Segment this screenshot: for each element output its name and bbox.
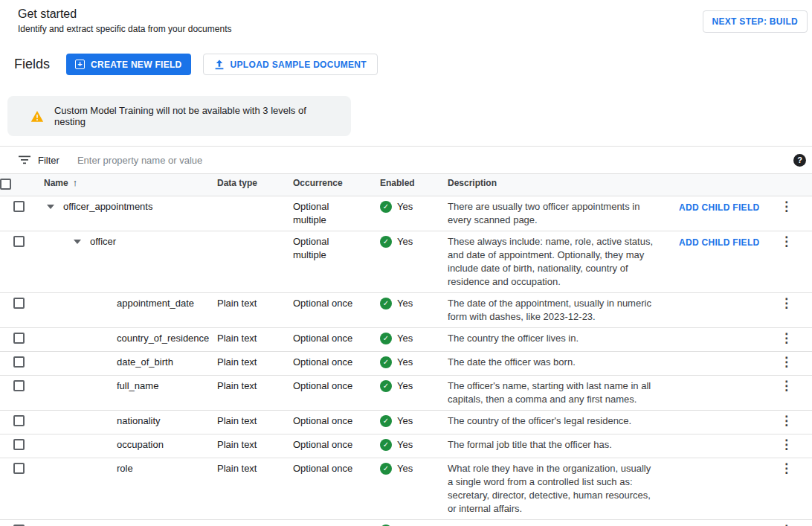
row-actions-cell	[679, 328, 777, 351]
row-checkbox[interactable]	[13, 201, 25, 212]
field-description: There are usually two officer appointmen…	[448, 196, 679, 231]
field-name: date_of_birth	[117, 356, 173, 369]
row-checkbox-cell	[0, 520, 44, 526]
row-actions-cell	[679, 352, 777, 375]
table-row: full_name Plain text Optional once ✓ Yes…	[0, 376, 812, 411]
help-icon[interactable]: ?	[793, 154, 806, 167]
field-enabled-cell: ✓ Yes	[380, 352, 448, 375]
field-name: occupation	[117, 438, 164, 452]
field-description: What role they have in the organization,…	[448, 458, 679, 519]
field-data-type: Plain text	[217, 520, 293, 526]
field-occurrence-cell: Optional once	[293, 458, 380, 519]
collapse-row-icon[interactable]	[47, 205, 54, 209]
create-new-field-button[interactable]: + CREATE NEW FIELD	[66, 54, 191, 75]
field-name: nationality	[117, 414, 161, 428]
row-menu-cell: ⋮	[777, 231, 812, 292]
row-checkbox[interactable]	[13, 463, 25, 474]
field-name-cell: date_of_birth	[44, 352, 217, 375]
field-data-type: Plain text	[217, 458, 293, 519]
add-child-field-button[interactable]: ADD CHILD FIELD	[679, 201, 760, 214]
field-enabled: Yes	[397, 332, 413, 345]
field-description: The officer's name, starting with last n…	[448, 376, 679, 410]
row-checkbox[interactable]	[13, 333, 25, 344]
row-menu-icon[interactable]: ⋮	[777, 414, 796, 428]
field-name-cell: officer	[44, 231, 217, 292]
field-enabled-cell: ✓ Yes	[380, 520, 448, 526]
select-all-checkbox[interactable]	[0, 179, 11, 190]
row-checkbox[interactable]	[13, 380, 25, 391]
table-row: appointment_date Plain text Optional onc…	[0, 293, 812, 328]
page-header: Get started Identify and extract specifi…	[0, 0, 812, 37]
row-checkbox-cell	[0, 196, 44, 231]
field-name: country_of_residence	[117, 332, 209, 345]
field-occurrence: Optional once	[293, 462, 352, 475]
field-enabled-cell: ✓ Yes	[380, 458, 448, 519]
row-menu-cell: ⋮	[777, 458, 812, 519]
row-menu-cell: ⋮	[777, 411, 812, 434]
row-menu-icon[interactable]: ⋮	[777, 523, 796, 526]
row-checkbox[interactable]	[13, 298, 25, 309]
row-checkbox[interactable]	[13, 236, 25, 247]
row-menu-icon[interactable]: ⋮	[777, 379, 796, 393]
row-menu-icon[interactable]: ⋮	[777, 461, 796, 475]
row-menu-cell: ⋮	[777, 328, 812, 351]
field-occurrence: Optional multiple	[293, 235, 360, 262]
field-enabled: Yes	[397, 297, 413, 310]
field-enabled-cell: ✓ Yes	[380, 411, 448, 434]
field-name-cell: role	[44, 458, 217, 519]
filter-input[interactable]	[77, 155, 793, 166]
field-occurrence: Optional once	[293, 297, 352, 310]
row-menu-icon[interactable]: ⋮	[777, 437, 796, 452]
column-header-actions-spacer	[679, 174, 777, 196]
row-checkbox-cell	[0, 352, 44, 375]
table-row: role Plain text Optional once ✓ Yes What…	[0, 458, 812, 520]
field-name-cell: country_of_residence	[44, 328, 217, 351]
field-occurrence-cell: Optional once	[293, 376, 380, 410]
field-name-cell: full_name	[44, 376, 217, 410]
field-data-type: Plain text	[217, 434, 293, 458]
row-checkbox[interactable]	[13, 415, 25, 426]
enabled-check-icon: ✓	[380, 356, 392, 368]
row-menu-cell: ⋮	[777, 196, 812, 231]
field-description: The date of the appointment, usually in …	[448, 293, 679, 327]
row-menu-icon[interactable]: ⋮	[777, 296, 796, 310]
field-enabled-cell: ✓ Yes	[380, 376, 448, 410]
warning-text: Custom Model Training will not be availa…	[54, 105, 339, 127]
field-name: role	[117, 462, 133, 475]
column-header-data-type: Data type	[217, 174, 293, 196]
row-menu-icon[interactable]: ⋮	[777, 355, 796, 369]
page-subtitle: Identify and extract specific data from …	[18, 24, 231, 34]
field-description: The country of the officer's legal resid…	[448, 411, 679, 434]
field-occurrence-cell: Optional once	[293, 352, 380, 375]
row-checkbox-cell	[0, 411, 44, 434]
field-description: Their status is next to their role, and …	[448, 520, 679, 526]
field-occurrence: Optional once	[293, 379, 352, 393]
row-checkbox[interactable]	[13, 356, 25, 368]
collapse-row-icon[interactable]	[74, 240, 81, 244]
get-started-page: Get started Identify and extract specifi…	[0, 0, 812, 526]
next-step-build-button[interactable]: NEXT STEP: BUILD	[703, 10, 808, 33]
field-description: The date the officer was born.	[448, 352, 679, 375]
row-menu-icon[interactable]: ⋮	[777, 199, 796, 214]
row-checkbox-cell	[0, 434, 44, 458]
field-occurrence-cell: Optional once	[293, 434, 380, 458]
table-row: nationality Plain text Optional once ✓ Y…	[0, 411, 812, 434]
row-menu-icon[interactable]: ⋮	[777, 331, 796, 345]
filter-icon	[19, 155, 30, 164]
field-name-cell: status	[44, 520, 217, 526]
column-header-name[interactable]: Name↑	[44, 174, 217, 196]
field-occurrence: Optional once	[293, 438, 352, 452]
row-checkbox-cell	[0, 293, 44, 327]
row-checkbox[interactable]	[13, 439, 25, 450]
add-child-field-button[interactable]: ADD CHILD FIELD	[679, 236, 760, 249]
column-header-menu-spacer	[777, 174, 812, 196]
field-description: The country the officer lives in.	[448, 328, 679, 351]
row-actions-cell	[679, 520, 777, 526]
field-enabled-cell: ✓ Yes	[380, 293, 448, 327]
field-name-cell: nationality	[44, 411, 217, 434]
enabled-check-icon: ✓	[380, 298, 392, 309]
fields-table: Name↑ Data type Occurrence Enabled Descr…	[0, 174, 812, 526]
upload-sample-document-button[interactable]: UPLOAD SAMPLE DOCUMENT	[203, 54, 378, 75]
field-occurrence-cell: Optional once	[293, 328, 380, 351]
row-menu-icon[interactable]: ⋮	[777, 234, 796, 248]
